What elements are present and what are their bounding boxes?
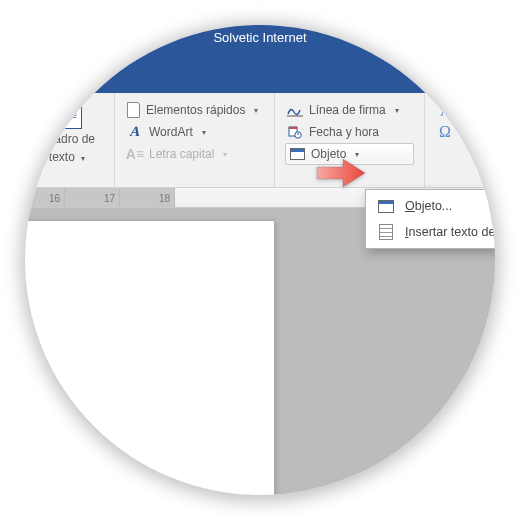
symbol-icon: Ω: [437, 124, 453, 140]
text-box-button[interactable]: Cuadro de texto ▾: [30, 99, 104, 165]
ribbon-group-symbols: π Ecuación ▾ Ω Símbolo ▾: [425, 93, 495, 187]
window-title: Solvetic Internet: [213, 30, 306, 45]
chevron-down-icon: ▾: [395, 106, 399, 115]
signature-line-button[interactable]: Línea de firma ▾: [285, 99, 414, 121]
ribbon-group-text: Elementos rápidos ▾ A WordArt ▾ A≡ Letra…: [115, 93, 275, 187]
quick-parts-icon: [127, 102, 140, 118]
viewport: Solvetic Internet ▭ — Compa gina▾: [0, 0, 520, 520]
text-box-icon: [52, 99, 82, 129]
equation-icon: π: [437, 102, 453, 118]
drop-cap-icon: A≡: [127, 146, 143, 162]
symbol-button[interactable]: Ω Símbolo ▾: [435, 121, 495, 143]
text-file-icon: [377, 224, 395, 240]
date-time-button[interactable]: Fecha y hora: [285, 121, 414, 143]
menu-item-object[interactable]: Objeto...: [369, 193, 495, 219]
chevron-down-icon: ▾: [223, 150, 227, 159]
equation-button[interactable]: π Ecuación ▾: [435, 99, 495, 121]
svg-rect-2: [289, 127, 297, 129]
chevron-down-icon: ▾: [202, 128, 206, 137]
ruler-tick: 16: [49, 193, 60, 204]
ruler-tick: 18: [159, 193, 170, 204]
object-icon: [289, 146, 305, 162]
word-window: Solvetic Internet ▭ — Compa gina▾: [25, 25, 495, 495]
document-canvas: [25, 208, 495, 495]
ruler-tick: 17: [104, 193, 115, 204]
wordart-icon: A: [127, 124, 143, 140]
chevron-down-icon: ▾: [254, 106, 258, 115]
date-time-icon: [287, 124, 303, 140]
tutorial-arrow: [315, 153, 367, 193]
quick-parts-button[interactable]: Elementos rápidos ▾: [125, 99, 264, 121]
drop-cap-button: A≡ Letra capital ▾: [125, 143, 264, 165]
object-icon: [377, 198, 395, 214]
ribbon-group-textbox: Cuadro de texto ▾: [25, 93, 115, 187]
titlebar: Solvetic Internet ▭ —: [25, 25, 495, 65]
object-dropdown-menu: Objeto... Insertar texto de archivo...: [365, 189, 495, 249]
page[interactable]: [25, 220, 275, 495]
circular-crop: Solvetic Internet ▭ — Compa gina▾: [25, 25, 495, 495]
signature-line-icon: [287, 102, 303, 118]
wordart-button[interactable]: A WordArt ▾: [125, 121, 264, 143]
ribbon: gina▾ de pági… Cuadro de texto ▾: [25, 93, 495, 188]
menu-item-insert-text-from-file[interactable]: Insertar texto de archivo...: [369, 219, 495, 245]
chevron-down-icon: ▾: [81, 154, 85, 163]
tabs-bar: Compa: [25, 65, 495, 93]
